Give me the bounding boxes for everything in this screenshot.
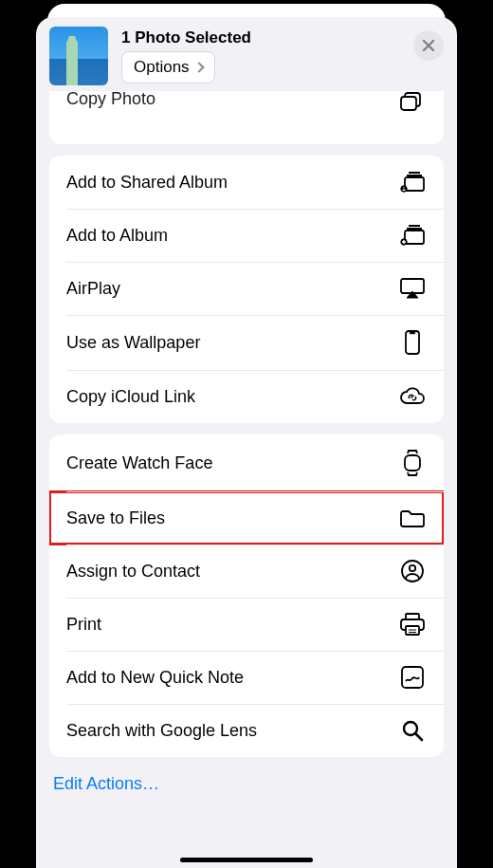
edit-actions-link[interactable]: Edit Actions… — [36, 757, 457, 811]
add-album-icon — [398, 224, 427, 247]
action-airplay[interactable]: AirPlay — [49, 262, 444, 315]
action-label: AirPlay — [66, 279, 120, 299]
airplay-icon — [398, 278, 427, 299]
home-indicator[interactable] — [180, 858, 313, 862]
action-label: Add to Album — [66, 226, 168, 246]
quick-note-icon — [398, 666, 427, 689]
svg-rect-5 — [405, 231, 424, 244]
action-group-1: Add to Shared Album Add to Album AirPlay… — [49, 156, 444, 423]
share-sheet: 1 Photo Selected Options Copy Photo Ad — [36, 17, 457, 868]
action-label: Add to Shared Album — [66, 173, 228, 193]
shared-album-icon — [398, 171, 427, 194]
action-add-album[interactable]: Add to Album — [49, 209, 444, 262]
chevron-right-icon — [193, 62, 204, 72]
printer-icon — [398, 613, 427, 636]
action-assign-to-contact[interactable]: Assign to Contact — [49, 545, 444, 598]
action-copy-photo[interactable]: Copy Photo — [49, 91, 444, 144]
svg-point-4 — [403, 186, 405, 188]
action-label: Use as Wallpaper — [66, 333, 200, 353]
action-group-0: Copy Photo — [49, 91, 444, 144]
action-label: Add to New Quick Note — [66, 668, 244, 688]
action-group-2: Create Watch Face Save to Files Assign t… — [49, 434, 444, 757]
share-header: 1 Photo Selected Options — [36, 17, 457, 95]
selection-title: 1 Photo Selected — [121, 28, 413, 47]
action-label: Copy iCloud Link — [66, 387, 195, 407]
action-label: Create Watch Face — [66, 453, 212, 473]
svg-rect-10 — [405, 455, 420, 471]
close-button[interactable] — [413, 30, 444, 61]
selected-photo-thumbnail[interactable] — [49, 27, 108, 85]
action-label: Copy Photo — [66, 91, 155, 109]
contact-icon — [398, 560, 427, 582]
action-google-lens[interactable]: Search with Google Lens — [49, 704, 444, 757]
copy-icon — [398, 92, 427, 113]
folder-icon — [398, 508, 427, 527]
svg-point-12 — [410, 565, 415, 571]
action-add-shared-album[interactable]: Add to Shared Album — [49, 156, 444, 209]
options-label: Options — [134, 58, 190, 77]
edit-actions-label: Edit Actions… — [53, 774, 159, 793]
watch-icon — [398, 450, 427, 476]
svg-rect-14 — [406, 614, 419, 619]
action-save-to-files[interactable]: Save to Files — [49, 491, 444, 545]
svg-rect-2 — [405, 177, 424, 191]
action-create-watch-face[interactable]: Create Watch Face — [49, 434, 444, 491]
action-use-as-wallpaper[interactable]: Use as Wallpaper — [49, 315, 444, 370]
svg-rect-1 — [401, 97, 416, 110]
header-text: 1 Photo Selected Options — [108, 27, 413, 83]
icloud-link-icon — [398, 387, 427, 406]
svg-rect-9 — [410, 333, 415, 334]
action-label: Assign to Contact — [66, 562, 200, 582]
search-icon — [398, 719, 427, 742]
svg-rect-8 — [406, 331, 419, 354]
action-print[interactable]: Print — [49, 598, 444, 651]
options-button[interactable]: Options — [121, 51, 215, 83]
phone-icon — [398, 330, 427, 355]
action-copy-icloud-link[interactable]: Copy iCloud Link — [49, 370, 444, 423]
action-add-quick-note[interactable]: Add to New Quick Note — [49, 651, 444, 704]
action-label: Search with Google Lens — [66, 721, 257, 741]
close-icon — [422, 39, 435, 52]
action-label: Save to Files — [66, 508, 165, 528]
action-label: Print — [66, 615, 101, 635]
